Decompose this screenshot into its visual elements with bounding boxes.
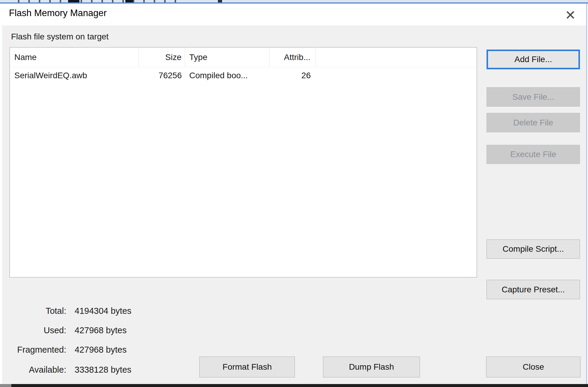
capture-preset-button[interactable]: Capture Preset... bbox=[487, 280, 580, 299]
dialog-body: Flash file system on target Name Size Ty… bbox=[2, 25, 586, 384]
background-window-bottom-corner bbox=[0, 384, 11, 387]
stat-fragmented-value: 427968 bytes bbox=[75, 345, 127, 354]
close-icon: ✕ bbox=[565, 7, 576, 23]
delete-file-button[interactable]: Delete File bbox=[487, 113, 580, 132]
background-window-bottom-edge bbox=[0, 384, 588, 387]
file-row-filler bbox=[316, 67, 477, 84]
column-header-attrib[interactable]: Attrib... bbox=[270, 47, 316, 67]
column-header-name[interactable]: Name bbox=[10, 47, 139, 67]
file-name-cell: SerialWeirdEQ.awb bbox=[10, 67, 139, 84]
background-toolbar-marks bbox=[9, 0, 179, 2]
close-button[interactable]: ✕ bbox=[561, 6, 580, 24]
add-file-button[interactable]: Add File... bbox=[487, 50, 580, 69]
background-toolbar-mark bbox=[68, 0, 79, 2]
stat-used-label: Used: bbox=[2, 325, 66, 336]
stat-used-value: 427968 bytes bbox=[75, 325, 127, 335]
flash-file-system-label: Flash file system on target bbox=[11, 32, 109, 42]
file-list[interactable]: Name Size Type Attrib... SerialWeirdEQ.a… bbox=[10, 47, 477, 277]
column-header-size[interactable]: Size bbox=[139, 47, 185, 67]
file-size-cell: 76256 bbox=[139, 67, 185, 84]
stat-fragmented: Fragmented:427968 bytes bbox=[2, 344, 127, 355]
flash-memory-manager-dialog: Flash Memory Manager ✕ Flash file system… bbox=[0, 0, 588, 387]
compile-script-button[interactable]: Compile Script... bbox=[487, 239, 580, 259]
background-toolbar-mark bbox=[125, 0, 133, 2]
column-header-filler bbox=[316, 47, 477, 67]
stat-total: Total:4194304 bytes bbox=[2, 305, 131, 316]
background-window-edge bbox=[0, 0, 588, 4]
file-type-cell: Compiled boo... bbox=[185, 67, 270, 84]
stat-used: Used:427968 bytes bbox=[2, 325, 127, 336]
window-title: Flash Memory Manager bbox=[9, 8, 107, 19]
dialog-right-edge bbox=[586, 4, 587, 384]
stat-available-label: Available: bbox=[2, 364, 66, 375]
save-file-button[interactable]: Save File... bbox=[487, 87, 580, 107]
file-list-header: Name Size Type Attrib... bbox=[10, 47, 477, 67]
close-dialog-button[interactable]: Close bbox=[486, 357, 581, 377]
title-bar: Flash Memory Manager ✕ bbox=[0, 4, 586, 25]
file-row[interactable]: SerialWeirdEQ.awb 76256 Compiled boo... … bbox=[10, 67, 477, 84]
column-header-type[interactable]: Type bbox=[185, 47, 270, 67]
stat-total-label: Total: bbox=[2, 305, 66, 316]
execute-file-button[interactable]: Execute File bbox=[487, 145, 580, 164]
dump-flash-button[interactable]: Dump Flash bbox=[323, 357, 420, 377]
stat-available: Available:3338128 bytes bbox=[2, 364, 131, 375]
stat-available-value: 3338128 bytes bbox=[75, 365, 131, 374]
stat-total-value: 4194304 bytes bbox=[75, 306, 131, 316]
file-attrib-cell: 26 bbox=[270, 67, 316, 84]
background-toolbar-mark bbox=[218, 0, 222, 2]
stat-fragmented-label: Fragmented: bbox=[2, 344, 66, 355]
format-flash-button[interactable]: Format Flash bbox=[199, 357, 295, 377]
